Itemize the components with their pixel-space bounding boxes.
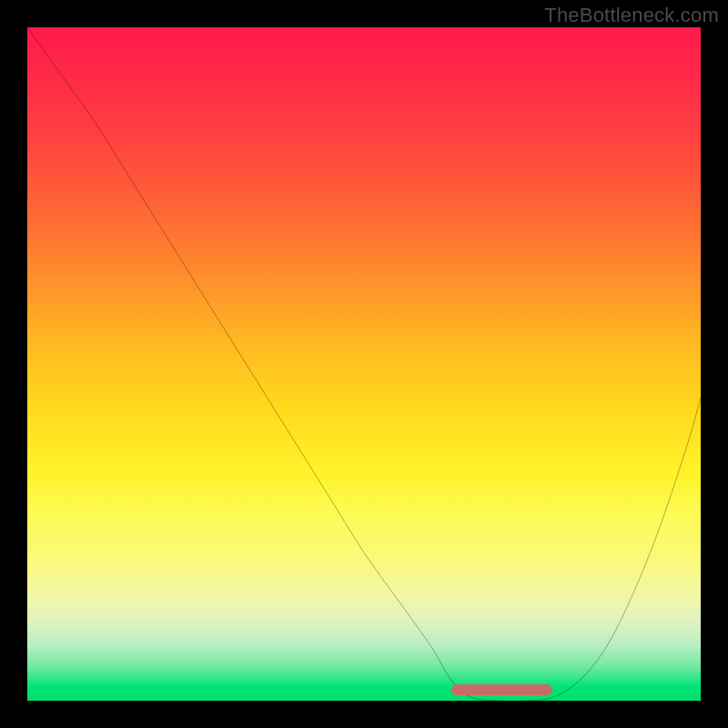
plot-area xyxy=(27,27,701,701)
bottleneck-curve xyxy=(27,27,701,701)
chart-frame: TheBottleneck.com xyxy=(0,0,728,728)
watermark-text: TheBottleneck.com xyxy=(544,4,719,27)
sweet-spot-indicator xyxy=(451,684,552,695)
curve-path xyxy=(27,27,701,701)
